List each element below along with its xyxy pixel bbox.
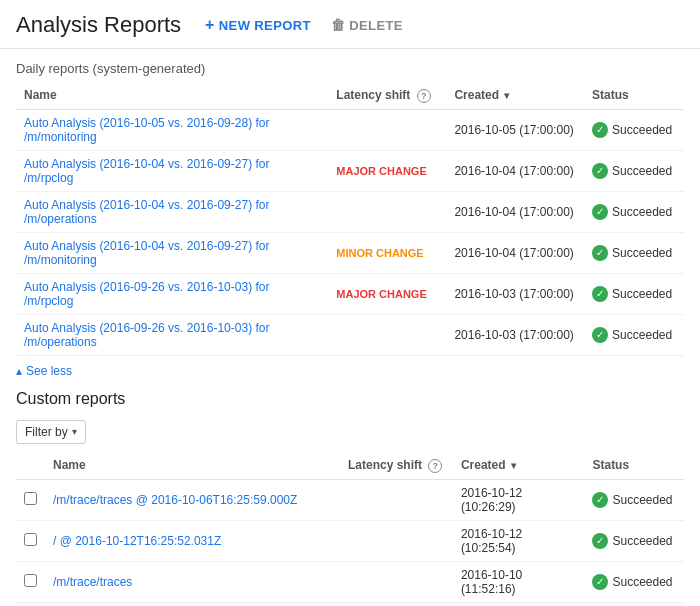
custom-row-latency (340, 520, 453, 561)
daily-row-status: ✓Succeeded (584, 314, 684, 355)
custom-col-status: Status (584, 452, 684, 479)
status-label: Succeeded (612, 246, 672, 260)
custom-row-name[interactable]: /m/trace/traces (45, 561, 340, 602)
status-label: Succeeded (612, 575, 672, 589)
daily-table-row: Auto Analysis (2016-10-05 vs. 2016-09-28… (16, 109, 684, 150)
row-checkbox-cell (16, 479, 45, 520)
custom-row-created: 2016-10-10 (11:52:16) (453, 561, 585, 602)
success-icon: ✓ (592, 492, 608, 508)
filter-chevron-icon: ▾ (72, 426, 77, 437)
daily-row-status: ✓Succeeded (584, 191, 684, 232)
success-icon: ✓ (592, 122, 608, 138)
daily-row-name[interactable]: Auto Analysis (2016-09-26 vs. 2016-10-03… (16, 314, 328, 355)
latency-help-icon[interactable]: ? (417, 89, 431, 103)
delete-button[interactable]: 🗑 DELETE (331, 17, 403, 33)
row-checkbox[interactable] (24, 533, 37, 546)
daily-row-latency (328, 314, 446, 355)
daily-row-name[interactable]: Auto Analysis (2016-10-04 vs. 2016-09-27… (16, 232, 328, 273)
custom-row-status: ✓Succeeded (584, 479, 684, 520)
daily-row-status: ✓Succeeded (584, 232, 684, 273)
status-label: Succeeded (612, 493, 672, 507)
daily-section: Daily reports (system-generated) Name La… (0, 49, 700, 386)
daily-row-created: 2016-10-04 (17:00:00) (446, 232, 584, 273)
daily-row-status: ✓Succeeded (584, 150, 684, 191)
custom-section: Custom reports Filter by ▾ Name Latency … (0, 386, 700, 606)
daily-col-status: Status (584, 82, 684, 109)
custom-col-latency: Latency shift ? (340, 452, 453, 479)
custom-row-name[interactable]: /m/trace/traces @ 2016-10-06T16:25:59.00… (45, 479, 340, 520)
status-label: Succeeded (612, 328, 672, 342)
daily-row-created: 2016-10-03 (17:00:00) (446, 273, 584, 314)
see-less-button[interactable]: ▴ See less (0, 356, 700, 386)
status-label: Succeeded (612, 534, 672, 548)
custom-row-created: 2016-10-05 (11:34:08) (453, 602, 585, 606)
custom-table-row: /m/trace/traces2016-10-10 (11:52:16)✓Suc… (16, 561, 684, 602)
daily-row-latency: MINOR CHANGE (328, 232, 446, 273)
filter-by-button[interactable]: Filter by ▾ (16, 420, 86, 444)
success-icon: ✓ (592, 286, 608, 302)
new-report-button[interactable]: + NEW REPORT (205, 16, 311, 34)
daily-table-row: Auto Analysis (2016-09-26 vs. 2016-10-03… (16, 273, 684, 314)
page-title: Analysis Reports (16, 12, 181, 38)
custom-row-name[interactable]: / @ 2016-10-12T16:25:52.031Z (45, 520, 340, 561)
daily-row-latency (328, 191, 446, 232)
daily-col-created[interactable]: Created ▾ (446, 82, 584, 109)
success-icon: ✓ (592, 163, 608, 179)
daily-row-name[interactable]: Auto Analysis (2016-10-04 vs. 2016-09-27… (16, 150, 328, 191)
success-icon: ✓ (592, 327, 608, 343)
daily-section-title: Daily reports (system-generated) (0, 49, 700, 82)
custom-section-title: Custom reports (0, 386, 700, 416)
status-label: Succeeded (612, 123, 672, 137)
daily-row-created: 2016-10-04 (17:00:00) (446, 150, 584, 191)
chevron-up-icon: ▴ (16, 364, 22, 378)
custom-sort-down-icon: ▾ (511, 460, 516, 471)
daily-table-row: Auto Analysis (2016-10-04 vs. 2016-09-27… (16, 232, 684, 273)
status-label: Succeeded (612, 205, 672, 219)
custom-table: Name Latency shift ? Created ▾ Status (16, 452, 684, 606)
custom-latency-help-icon[interactable]: ? (428, 459, 442, 473)
daily-table-row: Auto Analysis (2016-10-04 vs. 2016-09-27… (16, 191, 684, 232)
daily-row-latency: MAJOR CHANGE (328, 150, 446, 191)
success-icon: ✓ (592, 574, 608, 590)
daily-table-row: Auto Analysis (2016-10-04 vs. 2016-09-27… (16, 150, 684, 191)
custom-row-created: 2016-10-12 (10:26:29) (453, 479, 585, 520)
daily-col-name: Name (16, 82, 328, 109)
custom-row-name[interactable]: / @ 2016-10-05T14:57:45.935Z (45, 602, 340, 606)
daily-row-latency (328, 109, 446, 150)
custom-col-created[interactable]: Created ▾ (453, 452, 585, 479)
custom-row-status: ✓Succeeded (584, 520, 684, 561)
custom-row-latency (340, 602, 453, 606)
custom-table-row: /m/trace/traces @ 2016-10-06T16:25:59.00… (16, 479, 684, 520)
daily-table: Name Latency shift ? Created ▾ Status (16, 82, 684, 356)
daily-table-row: Auto Analysis (2016-09-26 vs. 2016-10-03… (16, 314, 684, 355)
custom-row-latency (340, 479, 453, 520)
daily-row-name[interactable]: Auto Analysis (2016-10-05 vs. 2016-09-28… (16, 109, 328, 150)
plus-icon: + (205, 16, 215, 34)
status-label: Succeeded (612, 287, 672, 301)
custom-row-status: ✓Succeeded (584, 561, 684, 602)
custom-row-status: ✓Succeeded (584, 602, 684, 606)
row-checkbox[interactable] (24, 492, 37, 505)
daily-row-created: 2016-10-03 (17:00:00) (446, 314, 584, 355)
custom-col-checkbox (16, 452, 45, 479)
row-checkbox-cell (16, 561, 45, 602)
success-icon: ✓ (592, 533, 608, 549)
daily-row-name[interactable]: Auto Analysis (2016-09-26 vs. 2016-10-03… (16, 273, 328, 314)
daily-row-name[interactable]: Auto Analysis (2016-10-04 vs. 2016-09-27… (16, 191, 328, 232)
trash-icon: 🗑 (331, 17, 345, 33)
row-checkbox-cell (16, 520, 45, 561)
success-icon: ✓ (592, 245, 608, 261)
row-checkbox[interactable] (24, 574, 37, 587)
custom-col-name: Name (45, 452, 340, 479)
success-icon: ✓ (592, 204, 608, 220)
sort-down-icon: ▾ (504, 90, 509, 101)
row-checkbox-cell (16, 602, 45, 606)
header: Analysis Reports + NEW REPORT 🗑 DELETE (0, 0, 700, 49)
custom-table-row: / @ 2016-10-05T14:57:45.935Z2016-10-05 (… (16, 602, 684, 606)
daily-row-created: 2016-10-05 (17:00:00) (446, 109, 584, 150)
custom-row-created: 2016-10-12 (10:25:54) (453, 520, 585, 561)
status-label: Succeeded (612, 164, 672, 178)
daily-col-latency: Latency shift ? (328, 82, 446, 109)
custom-row-latency (340, 561, 453, 602)
daily-row-status: ✓Succeeded (584, 109, 684, 150)
